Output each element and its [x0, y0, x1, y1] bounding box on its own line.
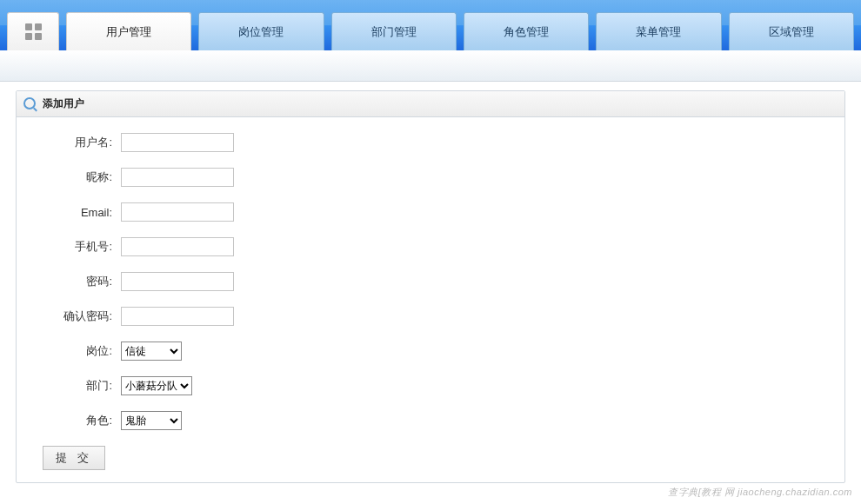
search-icon: [23, 97, 37, 111]
form-row-position: 岗位: 信徒: [25, 342, 836, 361]
form-row-phone: 手机号:: [25, 237, 836, 256]
phone-input[interactable]: [121, 237, 234, 256]
form-row-username: 用户名:: [25, 133, 836, 152]
tab-department-management[interactable]: 部门管理: [331, 12, 457, 50]
form-row-confirm: 确认密码:: [25, 307, 836, 326]
tab-label: 角色管理: [504, 24, 549, 40]
password-label: 密码:: [25, 274, 121, 289]
sub-header: [0, 50, 861, 82]
grid-icon: [25, 23, 42, 40]
submit-row: 提 交: [25, 446, 836, 470]
tab-label: 用户管理: [106, 24, 151, 40]
role-select[interactable]: 鬼胎: [121, 411, 182, 430]
add-user-panel: 添加用户 用户名: 昵称: Email: 手机号: 密码: 确认密码: 岗位: [16, 90, 845, 483]
watermark: 查字典[教程 网 jiaocheng.chazidian.com: [668, 486, 852, 499]
username-input[interactable]: [121, 133, 234, 152]
department-label: 部门:: [25, 378, 121, 394]
tab-label: 区域管理: [769, 24, 814, 40]
role-label: 角色:: [25, 413, 121, 428]
panel-title: 添加用户: [43, 96, 84, 111]
tab-label: 岗位管理: [238, 24, 284, 40]
phone-label: 手机号:: [25, 239, 121, 255]
home-tab[interactable]: [7, 12, 59, 50]
tab-menu-management[interactable]: 菜单管理: [596, 12, 721, 50]
tab-label: 菜单管理: [636, 24, 681, 40]
tab-position-management[interactable]: 岗位管理: [198, 12, 324, 50]
tab-region-management[interactable]: 区域管理: [729, 12, 854, 50]
panel-body: 用户名: 昵称: Email: 手机号: 密码: 确认密码: 岗位: 信徒: [17, 117, 844, 482]
position-label: 岗位:: [25, 343, 121, 359]
nickname-label: 昵称:: [25, 169, 121, 185]
password-input[interactable]: [121, 272, 234, 291]
form-row-nickname: 昵称:: [25, 168, 836, 187]
form-row-department: 部门: 小蘑菇分队: [25, 376, 836, 395]
submit-button[interactable]: 提 交: [43, 446, 105, 470]
email-label: Email:: [25, 206, 121, 219]
form-row-password: 密码:: [25, 272, 836, 291]
tab-bar: 用户管理 岗位管理 部门管理 角色管理 菜单管理 区域管理: [0, 0, 861, 50]
department-select[interactable]: 小蘑菇分队: [121, 376, 192, 395]
position-select[interactable]: 信徒: [121, 342, 182, 361]
nickname-input[interactable]: [121, 168, 234, 187]
confirm-label: 确认密码:: [25, 308, 121, 324]
confirm-input[interactable]: [121, 307, 234, 326]
tab-user-management[interactable]: 用户管理: [66, 12, 191, 50]
form-row-email: Email:: [25, 202, 836, 222]
email-input[interactable]: [121, 202, 234, 222]
tab-label: 部门管理: [371, 24, 417, 40]
username-label: 用户名:: [25, 135, 121, 150]
panel-header: 添加用户: [17, 91, 844, 117]
form-row-role: 角色: 鬼胎: [25, 411, 836, 430]
tab-role-management[interactable]: 角色管理: [464, 12, 589, 50]
content-gap: [0, 82, 861, 90]
